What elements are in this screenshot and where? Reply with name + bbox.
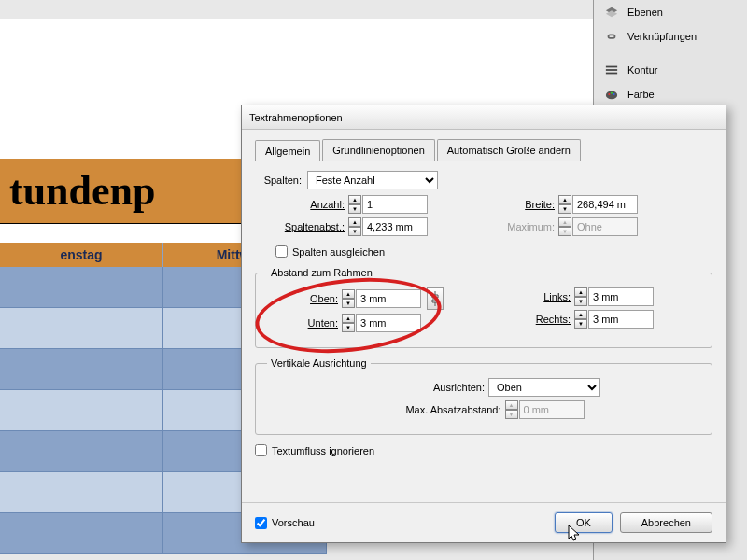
tab-general[interactable]: Allgemein bbox=[255, 140, 320, 161]
right-up[interactable]: ▲ bbox=[574, 310, 587, 319]
balance-columns-checkbox[interactable] bbox=[275, 245, 288, 258]
svg-rect-2 bbox=[606, 66, 617, 68]
top-up[interactable]: ▲ bbox=[342, 289, 355, 299]
layers-icon bbox=[603, 6, 620, 19]
palette-icon bbox=[603, 88, 620, 101]
count-label: Anzahl: bbox=[274, 199, 348, 210]
panel-item-layers[interactable]: Ebenen bbox=[594, 0, 747, 24]
bottom-field[interactable] bbox=[356, 314, 421, 332]
dialog-title: Textrahmenoptionen bbox=[242, 105, 726, 130]
dialog-footer: Vorschau OK Abbrechen bbox=[242, 502, 726, 542]
inset-group: Abstand zum Rahmen Oben: ▲▼ Unt bbox=[255, 267, 712, 348]
gutter-label: Spaltenabst.: bbox=[274, 221, 348, 232]
para-up: ▲ bbox=[505, 400, 518, 410]
links-icon bbox=[603, 30, 620, 43]
top-down[interactable]: ▼ bbox=[342, 299, 355, 308]
left-up[interactable]: ▲ bbox=[574, 287, 587, 297]
max-field bbox=[572, 217, 638, 236]
width-up[interactable]: ▲ bbox=[558, 195, 571, 204]
text-frame-options-dialog: Textrahmenoptionen Allgemein Grundlinien… bbox=[241, 105, 726, 543]
bottom-down[interactable]: ▼ bbox=[342, 323, 355, 332]
svg-rect-4 bbox=[606, 73, 617, 75]
panel-item-label: Kontur bbox=[627, 64, 657, 76]
max-label: Maximum: bbox=[484, 221, 558, 232]
para-spacing-label: Max. Absatzabstand: bbox=[384, 404, 505, 415]
ignore-wrap-checkbox[interactable] bbox=[255, 444, 267, 456]
dialog-tabs: Allgemein Grundlinienoptionen Automatisc… bbox=[255, 139, 712, 161]
bottom-label: Unten: bbox=[267, 317, 342, 329]
top-label: Oben: bbox=[267, 293, 342, 304]
columns-label: Spalten: bbox=[255, 175, 307, 186]
panel-item-label: Ebenen bbox=[627, 7, 663, 18]
max-down: ▼ bbox=[558, 227, 571, 236]
bottom-up[interactable]: ▲ bbox=[342, 314, 355, 323]
vertical-legend: Vertikale Ausrichtung bbox=[267, 357, 371, 369]
gutter-down[interactable]: ▼ bbox=[348, 227, 361, 236]
width-field[interactable] bbox=[572, 195, 638, 214]
svg-point-8 bbox=[613, 93, 615, 95]
columns-type-select[interactable]: Feste Anzahl bbox=[307, 171, 438, 189]
count-down[interactable]: ▼ bbox=[348, 204, 361, 214]
cancel-button[interactable]: Abbrechen bbox=[620, 512, 712, 533]
para-down: ▼ bbox=[505, 410, 518, 419]
svg-point-6 bbox=[608, 93, 610, 95]
count-field[interactable] bbox=[362, 195, 428, 214]
svg-rect-3 bbox=[606, 69, 617, 71]
panel-item-links[interactable]: Verknüpfungen bbox=[594, 24, 747, 49]
left-label: Links: bbox=[500, 291, 574, 302]
left-down[interactable]: ▼ bbox=[574, 297, 587, 306]
width-label: Breite: bbox=[484, 199, 558, 210]
para-spacing-field bbox=[519, 400, 585, 419]
width-down[interactable]: ▼ bbox=[558, 204, 571, 214]
count-up[interactable]: ▲ bbox=[348, 195, 361, 204]
preview-label: Vorschau bbox=[272, 517, 315, 528]
top-field[interactable] bbox=[356, 289, 421, 308]
right-field[interactable] bbox=[588, 310, 654, 329]
right-label: Rechts: bbox=[500, 314, 574, 325]
panel-item-color[interactable]: Farbe bbox=[594, 82, 747, 106]
inset-legend: Abstand zum Rahmen bbox=[267, 267, 376, 278]
panel-item-label: Verknüpfungen bbox=[627, 31, 697, 42]
gutter-up[interactable]: ▲ bbox=[348, 217, 361, 227]
vertical-group: Vertikale Ausrichtung Ausrichten: Oben M… bbox=[255, 357, 712, 435]
gutter-field[interactable] bbox=[362, 217, 428, 236]
table-header-cell: enstag bbox=[0, 243, 163, 267]
balance-columns-label: Spalten ausgleichen bbox=[292, 246, 385, 258]
stroke-icon bbox=[603, 63, 620, 77]
svg-point-7 bbox=[611, 92, 613, 94]
align-select[interactable]: Oben bbox=[488, 378, 600, 397]
ok-button[interactable]: OK bbox=[555, 512, 613, 533]
link-insets-button[interactable] bbox=[427, 287, 444, 310]
panel-item-label: Farbe bbox=[627, 89, 655, 100]
preview-checkbox[interactable] bbox=[255, 517, 267, 529]
right-down[interactable]: ▼ bbox=[574, 319, 587, 329]
ignore-wrap-label: Textumfluss ignorieren bbox=[272, 445, 374, 456]
left-field[interactable] bbox=[588, 287, 654, 306]
tab-autosize[interactable]: Automatisch Größe ändern bbox=[437, 139, 581, 161]
align-label: Ausrichten: bbox=[367, 382, 488, 393]
tab-baseline[interactable]: Grundlinienoptionen bbox=[322, 139, 434, 161]
max-up: ▲ bbox=[558, 217, 571, 227]
panel-item-stroke[interactable]: Kontur bbox=[594, 58, 747, 82]
doc-title-text: tundenp bbox=[9, 167, 156, 215]
